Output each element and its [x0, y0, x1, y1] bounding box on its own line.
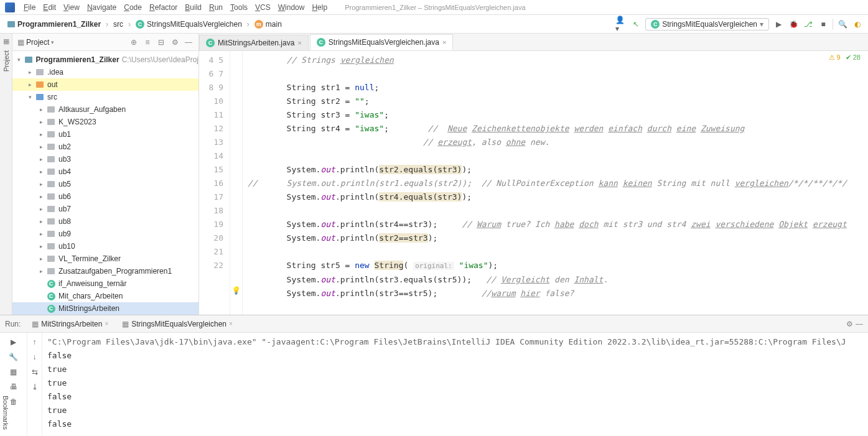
editor-area: CMitStringsArbeiten.java×CStringsMitEqua… — [199, 34, 868, 315]
bookmarks-tool-label[interactable]: Bookmarks — [2, 396, 9, 430]
run-button[interactable]: ▶ — [773, 19, 784, 30]
menu-edit[interactable]: Edit — [39, 2, 60, 13]
run-config-label: StringsMitEqualsVergleichen — [662, 20, 757, 29]
tree-item-ub3[interactable]: ▸ub3 — [12, 153, 198, 165]
tree-item-ub1[interactable]: ▸ub1 — [12, 128, 198, 141]
run-tool-window: Run: ▦MitStringsArbeiten×▦StringsMitEqua… — [0, 315, 868, 436]
soft-wrap-button[interactable]: ⇆ — [29, 366, 40, 378]
project-tool-label[interactable]: Project — [2, 50, 10, 72]
user-icon[interactable]: 👤▾ — [615, 19, 627, 30]
expand-all-icon[interactable]: ≡ — [142, 37, 152, 47]
tree-item-src[interactable]: ▾src — [12, 91, 198, 103]
passed-indicator[interactable]: ✔ 28 — [846, 53, 861, 62]
close-tab-icon[interactable]: × — [297, 39, 301, 47]
nav-bar: Programmieren1_Zilker › src › CStringsMi… — [0, 15, 868, 34]
tree-item-ub4[interactable]: ▸ub4 — [12, 165, 198, 178]
build-icon[interactable]: ↖ — [630, 19, 642, 30]
menu-help[interactable]: Help — [308, 2, 331, 13]
toolbar-right: 👤▾ ↖ C StringsMitEqualsVergleichen ▾ ▶ 🐞… — [615, 18, 863, 30]
close-run-tab-icon[interactable]: × — [229, 320, 233, 327]
breadcrumb: Programmieren1_Zilker › src › CStringsMi… — [5, 19, 284, 29]
window-title: Programmieren1_Zilker – StringsMitEquals… — [345, 4, 525, 11]
run-config-selector[interactable]: C StringsMitEqualsVergleichen ▾ — [645, 18, 769, 30]
run-settings-icon[interactable]: ⚙ — [846, 320, 853, 328]
inspections-widget[interactable]: ⚠ 9 ✔ 28 — [829, 53, 861, 62]
breadcrumb-class[interactable]: CStringsMitEqualsVergleichen — [133, 19, 245, 29]
run-label: Run: — [5, 320, 21, 328]
project-view-selector[interactable]: ▦ Project ▾ — [17, 38, 54, 47]
project-tree[interactable]: ▾Programmieren1_ZilkerC:\Users\User\Idea… — [12, 51, 198, 315]
intention-bulb-icon[interactable]: 💡 — [231, 286, 241, 295]
console-output[interactable]: "C:\Program Files\Java\jdk-17\bin\java.e… — [42, 333, 868, 436]
hide-panel-icon[interactable]: — — [184, 37, 194, 47]
settings-button[interactable]: ◐ — [852, 19, 863, 30]
run-print-button[interactable]: 🖶 — [8, 381, 19, 392]
editor-tabs: CMitStringsArbeiten.java×CStringsMitEqua… — [199, 34, 868, 51]
menu-vcs[interactable]: VCS — [251, 2, 274, 13]
tree-item-Mit_chars_Arbeiten[interactable]: CMit_chars_Arbeiten — [12, 290, 198, 302]
run-tab-MitStringsArbeiten[interactable]: ▦MitStringsArbeiten× — [28, 318, 112, 330]
tree-item-K_WS2023[interactable]: ▸K_WS2023 — [12, 116, 198, 128]
gutter-margin[interactable]: 💡 — [230, 51, 243, 315]
project-tool-icon[interactable]: ▦ — [3, 37, 9, 45]
debug-button[interactable]: 🐞 — [788, 19, 799, 30]
editor-body[interactable]: 4 5 6 7 8 9 10 11 12 13 14 15 16 17 18 1… — [199, 51, 868, 315]
up-stack-button[interactable]: ↑ — [29, 336, 40, 348]
run-tab-StringsMitEqualsVergleichen[interactable]: ▦StringsMitEqualsVergleichen× — [118, 318, 236, 330]
chevron-down-icon: ▾ — [760, 20, 763, 29]
search-icon[interactable]: 🔍 — [837, 19, 848, 30]
code-content[interactable]: // Strings vergleichen String str1 = nul… — [243, 51, 868, 315]
app-logo-icon — [5, 2, 15, 12]
tree-item-if_Anweisung_ternär[interactable]: Cif_Anweisung_ternär — [12, 277, 198, 290]
tree-item-ub10[interactable]: ▸ub10 — [12, 240, 198, 253]
tree-root[interactable]: ▾Programmieren1_ZilkerC:\Users\User\Idea… — [12, 53, 198, 66]
scroll-end-button[interactable]: ⤓ — [29, 381, 40, 392]
menu-code[interactable]: Code — [120, 2, 146, 13]
select-opened-icon[interactable]: ⊕ — [129, 37, 139, 47]
line-gutter[interactable]: 4 5 6 7 8 9 10 11 12 13 14 15 16 17 18 1… — [199, 51, 230, 315]
menu-bar: FileEditViewNavigateCodeRefactorBuildRun… — [0, 0, 868, 15]
tree-item-ub7[interactable]: ▸ub7 — [12, 203, 198, 215]
editor-tab-StringsMitEqualsVergleichen.java[interactable]: CStringsMitEqualsVergleichen.java× — [310, 34, 454, 50]
left-tool-strip: ▦ Project — [0, 34, 12, 315]
class-icon: C — [651, 20, 660, 29]
coverage-button[interactable]: ⎇ — [803, 19, 814, 30]
breadcrumb-project[interactable]: Programmieren1_Zilker — [5, 19, 103, 29]
stop-button[interactable]: ■ — [818, 19, 829, 30]
tree-item-MitStringsArbeiten[interactable]: CMitStringsArbeiten — [12, 302, 198, 315]
close-run-tab-icon[interactable]: × — [105, 320, 108, 327]
rerun-button[interactable]: ▶ — [8, 336, 19, 348]
project-panel-header: ▦ Project ▾ ⊕ ≡ ⊟ ⚙ — — [12, 34, 198, 51]
tree-item-Zusatzaufgaben_Programmieren1[interactable]: ▸Zusatzaufgaben_Programmieren1 — [12, 265, 198, 277]
breadcrumb-src[interactable]: src — [111, 19, 126, 29]
tree-item-VL_Termine_Zilker[interactable]: ▸VL_Termine_Zilker — [12, 253, 198, 265]
collapse-all-icon[interactable]: ⊟ — [156, 37, 166, 47]
menu-file[interactable]: File — [20, 2, 39, 13]
tree-item-ub6[interactable]: ▸ub6 — [12, 190, 198, 203]
run-tool-button[interactable]: 🔧 — [8, 351, 19, 363]
menu-build[interactable]: Build — [181, 2, 205, 13]
menu-run[interactable]: Run — [205, 2, 226, 13]
run-hide-icon[interactable]: — — [856, 320, 863, 328]
menu-window[interactable]: Window — [274, 2, 309, 13]
tree-item-ub2[interactable]: ▸ub2 — [12, 141, 198, 153]
run-delete-button[interactable]: 🗑 — [8, 396, 19, 407]
panel-settings-icon[interactable]: ⚙ — [170, 37, 180, 47]
tree-item-ub5[interactable]: ▸ub5 — [12, 178, 198, 190]
editor-tab-MitStringsArbeiten.java[interactable]: CMitStringsArbeiten.java× — [199, 35, 309, 50]
menu-refactor[interactable]: Refactor — [146, 2, 181, 13]
tree-item-ub9[interactable]: ▸ub9 — [12, 228, 198, 240]
tree-item-out[interactable]: ▸out — [12, 78, 198, 91]
down-stack-button[interactable]: ↓ — [29, 351, 40, 363]
tree-item-Altkausur_Aufgaben[interactable]: ▸Altkausur_Aufgaben — [12, 103, 198, 116]
warnings-indicator[interactable]: ⚠ 9 — [829, 53, 841, 62]
tree-item-ub8[interactable]: ▸ub8 — [12, 215, 198, 228]
tree-item-.idea[interactable]: ▸.idea — [12, 66, 198, 78]
menu-navigate[interactable]: Navigate — [83, 2, 120, 13]
close-tab-icon[interactable]: × — [442, 39, 446, 46]
run-side-toolbar-2: ↑ ↓ ⇆ ⤓ — [27, 333, 42, 436]
breadcrumb-method[interactable]: mmain — [252, 19, 284, 29]
menu-tools[interactable]: Tools — [226, 2, 251, 13]
run-layout-button[interactable]: ▦ — [8, 366, 19, 378]
menu-view[interactable]: View — [60, 2, 83, 13]
